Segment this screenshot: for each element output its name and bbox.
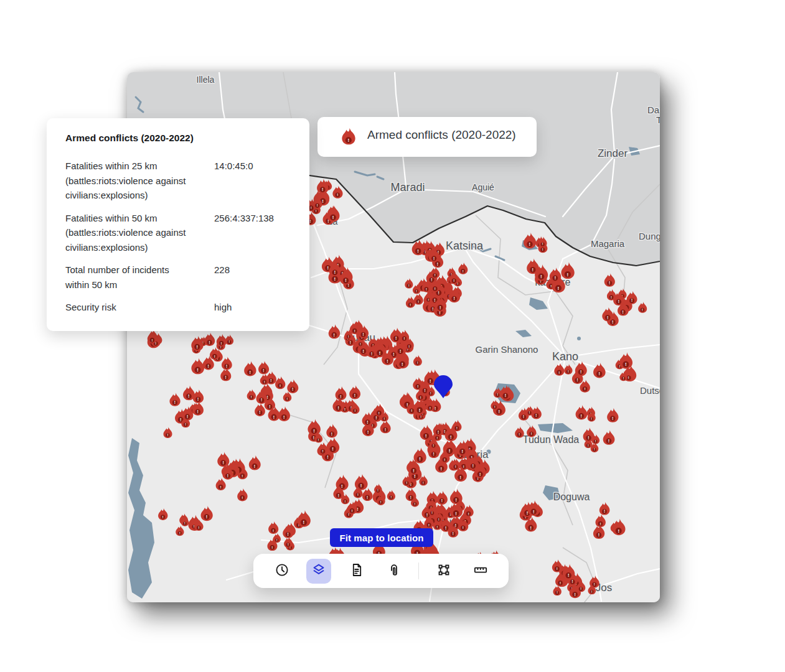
frame-icon [436,562,451,580]
info-panel-title: Armed conflicts (2020-2022) [65,133,291,144]
ruler-tool-button[interactable] [468,559,493,584]
svg-text:Doguwa: Doguwa [553,492,590,502]
info-row-label: Fatalities within 25 km (battles:riots:v… [65,159,193,203]
info-row: Security riskhigh [65,300,291,315]
info-row-label: Security risk [65,300,193,315]
file-tool-button[interactable] [344,559,369,584]
layer-legend-chip[interactable]: ! Armed conflicts (2020-2022) [317,117,537,157]
svg-text:Maradi: Maradi [390,181,425,194]
frame-tool-button[interactable] [431,559,456,584]
info-row-label: Total number of incidents within 50 km [65,263,193,292]
layer-legend-label: Armed conflicts (2020-2022) [367,125,517,145]
info-row-value: 256:4:337:138 [214,211,274,226]
toolbar-divider [418,562,419,579]
paperclip-icon [387,562,402,580]
info-row-value: 14:0:45:0 [214,159,253,174]
svg-text:Dan: Dan [647,105,660,115]
conflict-info-panel: Armed conflicts (2020-2022) Fatalities w… [47,118,309,331]
svg-text:Dungas: Dungas [639,231,660,241]
clock-icon [275,562,289,580]
ruler-icon [473,562,488,580]
file-icon [349,562,364,580]
svg-text:T: T [656,114,660,125]
fit-map-button[interactable]: Fit map to location [330,528,433,547]
info-row: Fatalities within 25 km (battles:riots:v… [65,159,291,203]
svg-text:Aguié: Aguié [472,182,494,192]
info-row-value: high [214,300,232,315]
svg-text:Kano: Kano [552,350,578,363]
info-row-label: Fatalities within 50 km (battles:riots:v… [65,211,193,255]
layers-tool-button[interactable] [306,559,331,584]
svg-text:!: ! [347,138,349,143]
svg-text:Illela: Illela [197,75,215,85]
clock-tool-button[interactable] [270,559,294,584]
svg-text:Dutse: Dutse [640,385,660,396]
info-row: Total number of incidents within 50 km22… [65,263,291,292]
svg-text:Magaria: Magaria [591,238,625,249]
fire-icon: ! [341,128,357,147]
paperclip-tool-button[interactable] [382,559,407,584]
map-toolbar [253,554,509,588]
layers-icon [311,562,326,580]
svg-text:Zinder: Zinder [598,147,628,159]
info-row: Fatalities within 50 km (battles:riots:v… [65,211,291,255]
svg-text:Garin Shanono: Garin Shanono [476,344,538,355]
info-row-value: 228 [214,263,230,278]
svg-text:Katsina: Katsina [446,240,484,252]
app-background: { "map": { "colors": { "nigeria": "#ebeb… [0,0,785,672]
